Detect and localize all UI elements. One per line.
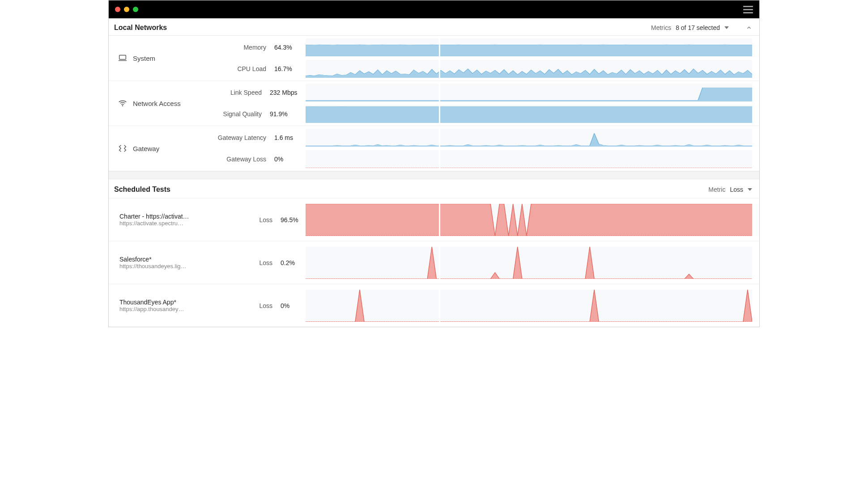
test-title: ThousandEyes App* (119, 299, 238, 306)
chart-loss-charter[interactable] (306, 204, 752, 236)
cpu-label: CPU Load (198, 65, 266, 72)
chart-memory[interactable] (306, 38, 752, 56)
test-row[interactable]: ThousandEyes App* https://app.thousandey… (109, 284, 759, 327)
test-metric-value: 96.5% (281, 216, 306, 223)
section-divider (109, 171, 759, 179)
group-gateway-label: Gateway (133, 145, 159, 152)
test-metric-label: Loss (238, 259, 272, 266)
chart-linkspeed[interactable] (306, 84, 752, 101)
chart-gwloss[interactable] (306, 150, 752, 168)
latency-value: 1.6 ms (274, 134, 306, 141)
signal-label: Signal Quality (198, 110, 262, 118)
group-network-access: Network Access Link Speed 232 Mbps Signa… (109, 81, 759, 126)
group-gateway: Gateway Gateway Latency 1.6 ms Gateway L… (109, 126, 759, 171)
menu-icon[interactable] (743, 6, 753, 13)
minimize-icon[interactable] (124, 7, 129, 12)
test-metric-label: Loss (238, 302, 272, 309)
chart-loss-thousandeyes[interactable] (306, 290, 752, 322)
latency-label: Gateway Latency (198, 134, 266, 141)
wifi-icon (118, 98, 128, 108)
scheduled-tests-header: Scheduled Tests Metric Loss (109, 179, 759, 198)
loss-label: Gateway Loss (198, 156, 266, 163)
test-subtitle: https://thousandeyes.lig… (119, 263, 238, 270)
gateway-icon (118, 143, 128, 153)
signal-value: 91.9% (270, 110, 306, 118)
svg-rect-10 (306, 129, 752, 147)
test-metric-value: 0.2% (281, 259, 306, 266)
loss-value: 0% (274, 156, 306, 163)
test-row[interactable]: Salesforce* https://thousandeyes.lig… Lo… (109, 241, 759, 284)
test-metric-value: 0% (281, 302, 306, 309)
chevron-down-icon[interactable] (724, 26, 729, 29)
metric-dropdown[interactable]: Loss (730, 186, 743, 193)
test-metric-label: Loss (238, 216, 272, 223)
chevron-down-icon[interactable] (748, 188, 752, 191)
laptop-icon (118, 53, 128, 63)
test-title: Charter - https://activat… (119, 213, 238, 220)
close-icon[interactable] (115, 7, 120, 12)
group-network-label: Network Access (133, 100, 181, 107)
linkspeed-label: Link Speed (198, 89, 262, 96)
local-networks-header: Local Networks Metrics 8 of 17 selected (109, 18, 759, 35)
chart-loss-salesforce[interactable] (306, 247, 752, 279)
group-system: System Memory 64.3% CPU Load 16.7% (109, 35, 759, 81)
linkspeed-value: 232 Mbps (270, 89, 306, 96)
window-controls (115, 7, 138, 12)
titlebar (109, 0, 759, 18)
test-row[interactable]: Charter - https://activat… https://activ… (109, 198, 759, 241)
metrics-dropdown[interactable]: 8 of 17 selected (676, 24, 720, 31)
scheduled-tests-title: Scheduled Tests (114, 185, 170, 194)
svg-rect-12 (306, 150, 752, 168)
collapse-icon[interactable] (746, 25, 752, 31)
chart-signal[interactable] (306, 105, 752, 123)
svg-rect-0 (119, 55, 126, 59)
cpu-value: 16.7% (274, 65, 306, 72)
svg-rect-21 (306, 290, 752, 322)
svg-rect-18 (306, 247, 752, 279)
test-subtitle: https://activate.spectru… (119, 220, 238, 227)
chart-latency[interactable] (306, 129, 752, 147)
local-networks-title: Local Networks (114, 24, 167, 32)
group-system-label: System (133, 55, 155, 62)
svg-rect-6 (306, 84, 752, 101)
maximize-icon[interactable] (133, 7, 138, 12)
app-window: Local Networks Metrics 8 of 17 selected … (108, 0, 760, 327)
metric-label: Metric (708, 186, 725, 193)
chart-cpu[interactable] (306, 60, 752, 78)
svg-point-5 (122, 105, 123, 106)
test-subtitle: https://app.thousandey… (119, 306, 238, 312)
test-title: Salesforce* (119, 256, 238, 263)
metrics-label: Metrics (651, 24, 671, 31)
memory-label: Memory (198, 44, 266, 51)
memory-value: 64.3% (274, 44, 306, 51)
